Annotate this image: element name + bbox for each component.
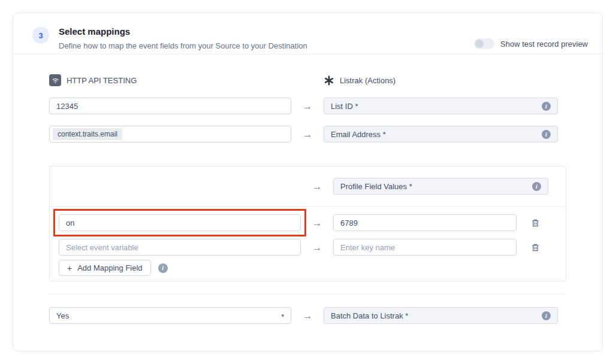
source-name: HTTP API TESTING [67,76,137,85]
delete-row-button[interactable] [530,217,541,229]
list-id-source-input[interactable] [49,98,291,114]
batch-data-selected-value: Yes [56,311,69,320]
key-name-input[interactable] [333,214,517,231]
profile-group-header-row: → Profile Field Values * i [59,178,557,195]
email-destination-field[interactable]: Email Address * i [324,126,558,142]
red-highlight-box [53,209,306,236]
arrow-right-icon: → [303,311,313,321]
mappings-body: HTTP API TESTING Listrak (Actions) [13,54,602,324]
source-header: HTTP API TESTING [49,74,291,86]
profile-field-values-group: → Profile Field Values * i → [49,166,566,281]
arrow-right-icon: → [312,181,322,192]
add-mapping-field-button[interactable]: + Add Mapping Field [59,260,151,276]
header-text: Select mappings Define how to map the ev… [59,23,307,50]
key-name-input[interactable] [333,239,517,256]
mapping-row-list-id: → List ID * i [49,98,566,114]
destination-field-label: Batch Data to Listrak * [331,311,408,320]
listrak-logo-icon [324,75,334,86]
event-variable-input[interactable] [59,239,301,256]
info-icon[interactable]: i [158,263,168,273]
email-source-input[interactable]: context.traits.email [49,126,291,142]
page-subtitle: Define how to map the event fields from … [59,41,307,50]
arrow-right-icon: → [312,242,322,253]
card-header: 3 Select mappings Define how to map the … [13,13,602,54]
info-icon[interactable]: i [542,130,551,139]
arrow-right-icon: → [303,101,313,111]
toggle-label: Show test record preview [500,40,588,48]
list-id-destination-field[interactable]: List ID * i [324,98,558,114]
batch-data-select[interactable]: Yes ▾ [49,307,291,324]
column-headers: HTTP API TESTING Listrak (Actions) [49,74,566,86]
key-value-row: → [59,214,557,231]
delete-row-button[interactable] [530,242,541,253]
arrow-right-icon: → [303,129,313,139]
info-icon[interactable]: i [532,182,541,191]
step-number-badge: 3 [32,27,49,44]
chevron-down-icon: ▾ [281,313,284,318]
add-mapping-row: + Add Mapping Field i [59,260,557,276]
destination-field-label: Email Address * [331,130,386,139]
batch-destination-field[interactable]: Batch Data to Listrak * i [324,307,558,324]
variable-chip[interactable]: context.traits.email [53,128,122,140]
info-icon[interactable]: i [542,311,551,320]
info-icon[interactable]: i [542,102,551,111]
mapping-row-email: context.traits.email → Email Address * i [49,126,566,142]
http-api-source-icon [49,74,61,86]
add-mapping-field-label: Add Mapping Field [77,263,142,272]
page-title: Select mappings [59,23,307,37]
destination-field-label: List ID * [331,102,358,111]
destination-header: Listrak (Actions) [324,75,566,86]
test-record-preview-control: Show test record preview [474,38,588,49]
select-mappings-card: 3 Select mappings Define how to map the … [13,13,603,351]
toggle-knob [475,40,484,48]
mapping-row-batch: Yes ▾ → Batch Data to Listrak * i [49,307,566,324]
plus-icon: + [67,263,72,273]
section-divider [49,294,566,295]
arrow-right-icon: → [312,218,322,228]
profile-field-values-destination-field[interactable]: Profile Field Values * i [333,178,548,195]
event-variable-input[interactable] [59,214,301,231]
key-value-row: → [59,239,557,256]
destination-field-label: Profile Field Values * [340,182,412,191]
group-divider [50,206,566,207]
destination-name: Listrak (Actions) [340,76,395,85]
show-test-record-toggle[interactable] [474,38,494,49]
